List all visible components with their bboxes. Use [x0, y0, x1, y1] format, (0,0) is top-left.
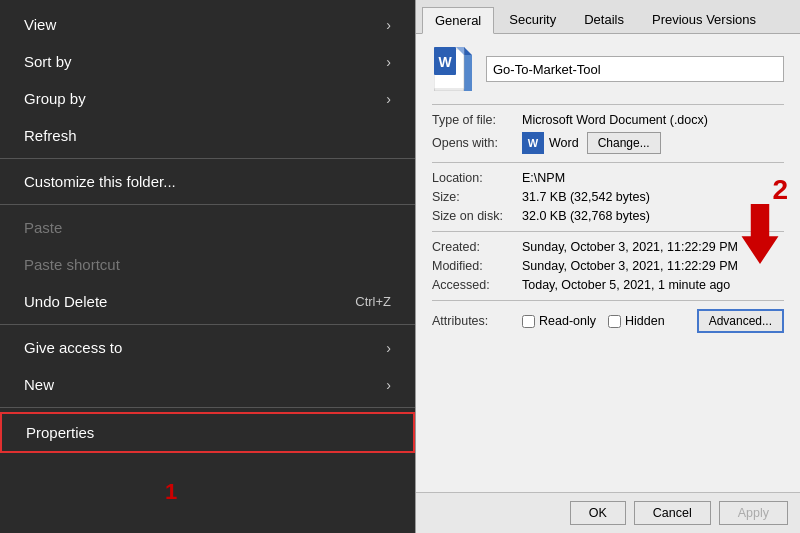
menu-label-paste: Paste — [24, 219, 62, 236]
svg-marker-8 — [742, 204, 779, 264]
menu-label-group-by: Group by — [24, 90, 86, 107]
shortcut-undo-delete: Ctrl+Z — [355, 294, 391, 309]
location-value: E:\NPM — [522, 171, 784, 185]
menu-label-give-access: Give access to — [24, 339, 122, 356]
modified-row: Modified: Sunday, October 3, 2021, 11:22… — [432, 259, 784, 273]
tab-general[interactable]: General — [422, 7, 494, 34]
dialog-tabs: GeneralSecurityDetailsPrevious Versions — [416, 0, 800, 34]
hidden-checkbox[interactable] — [608, 315, 621, 328]
change-button[interactable]: Change... — [587, 132, 661, 154]
menu-label-paste-shortcut: Paste shortcut — [24, 256, 120, 273]
readonly-checkbox[interactable] — [522, 315, 535, 328]
menu-label-view: View — [24, 16, 56, 33]
arrow-icon-give-access: › — [386, 340, 391, 356]
separator-sep3 — [0, 324, 415, 325]
attributes-row: Attributes: Read-only Hidden Advanced... — [432, 309, 784, 333]
menu-item-new[interactable]: New› — [0, 366, 415, 403]
ok-button[interactable]: OK — [570, 501, 626, 525]
opens-with-app: W Word — [522, 132, 579, 154]
context-menu: View›Sort by›Group by›RefreshCustomize t… — [0, 0, 415, 533]
menu-label-sort-by: Sort by — [24, 53, 72, 70]
accessed-label: Accessed: — [432, 278, 522, 292]
menu-label-customize-folder: Customize this folder... — [24, 173, 176, 190]
arrow-icon-view: › — [386, 17, 391, 33]
divider-1 — [432, 104, 784, 105]
arrow-icon-new: › — [386, 377, 391, 393]
menu-item-view[interactable]: View› — [0, 6, 415, 43]
file-icon: W — [432, 48, 474, 90]
menu-label-refresh: Refresh — [24, 127, 77, 144]
readonly-checkbox-label[interactable]: Read-only — [522, 314, 596, 328]
annotation-1: 1 — [165, 479, 177, 505]
readonly-label: Read-only — [539, 314, 596, 328]
menu-item-give-access[interactable]: Give access to› — [0, 329, 415, 366]
app-name: Word — [549, 136, 579, 150]
dialog-body: W Type of file: Microsoft Word Document … — [416, 34, 800, 492]
divider-3 — [432, 231, 784, 232]
file-header: W — [432, 48, 784, 90]
advanced-button[interactable]: Advanced... — [697, 309, 784, 333]
size-row: Size: 31.7 KB (32,542 bytes) — [432, 190, 784, 204]
menu-label-new: New — [24, 376, 54, 393]
accessed-row: Accessed: Today, October 5, 2021, 1 minu… — [432, 278, 784, 292]
menu-item-sort-by[interactable]: Sort by› — [0, 43, 415, 80]
properties-dialog: GeneralSecurityDetailsPrevious Versions … — [415, 0, 800, 533]
location-row: Location: E:\NPM — [432, 171, 784, 185]
separator-sep2 — [0, 204, 415, 205]
type-value: Microsoft Word Document (.docx) — [522, 113, 784, 127]
opens-with-row: Opens with: W Word Change... — [432, 132, 784, 154]
menu-label-undo-delete: Undo Delete — [24, 293, 107, 310]
menu-item-refresh[interactable]: Refresh — [0, 117, 415, 154]
menu-item-paste: Paste — [0, 209, 415, 246]
tab-previous-versions[interactable]: Previous Versions — [639, 6, 769, 33]
tab-security[interactable]: Security — [496, 6, 569, 33]
divider-4 — [432, 300, 784, 301]
menu-item-paste-shortcut: Paste shortcut — [0, 246, 415, 283]
modified-label: Modified: — [432, 259, 522, 273]
svg-marker-1 — [464, 47, 472, 55]
attributes-label: Attributes: — [432, 314, 522, 328]
divider-2 — [432, 162, 784, 163]
file-name-input[interactable] — [486, 56, 784, 82]
menu-item-undo-delete[interactable]: Undo DeleteCtrl+Z — [0, 283, 415, 320]
menu-item-properties[interactable]: Properties — [0, 412, 415, 453]
menu-item-customize-folder[interactable]: Customize this folder... — [0, 163, 415, 200]
menu-label-properties: Properties — [26, 424, 94, 441]
type-label: Type of file: — [432, 113, 522, 127]
size-value: 31.7 KB (32,542 bytes) — [522, 190, 784, 204]
created-label: Created: — [432, 240, 522, 254]
opens-with-label: Opens with: — [432, 136, 522, 150]
size-label: Size: — [432, 190, 522, 204]
size-on-disk-label: Size on disk: — [432, 209, 522, 223]
svg-rect-2 — [464, 55, 472, 91]
type-of-file-row: Type of file: Microsoft Word Document (.… — [432, 113, 784, 127]
arrow-icon-sort-by: › — [386, 54, 391, 70]
tab-details[interactable]: Details — [571, 6, 637, 33]
cancel-button[interactable]: Cancel — [634, 501, 711, 525]
hidden-label: Hidden — [625, 314, 665, 328]
location-label: Location: — [432, 171, 522, 185]
hidden-checkbox-label[interactable]: Hidden — [608, 314, 665, 328]
separator-sep1 — [0, 158, 415, 159]
word-icon: W — [522, 132, 544, 154]
svg-text:W: W — [438, 54, 452, 70]
annotation-arrow — [740, 204, 780, 268]
size-on-disk-row: Size on disk: 32.0 KB (32,768 bytes) — [432, 209, 784, 223]
apply-button[interactable]: Apply — [719, 501, 788, 525]
arrow-icon-group-by: › — [386, 91, 391, 107]
menu-item-group-by[interactable]: Group by› — [0, 80, 415, 117]
dialog-footer: OK Cancel Apply — [416, 492, 800, 533]
annotation-2: 2 — [772, 174, 788, 206]
created-row: Created: Sunday, October 3, 2021, 11:22:… — [432, 240, 784, 254]
separator-sep4 — [0, 407, 415, 408]
accessed-value: Today, October 5, 2021, 1 minute ago — [522, 278, 784, 292]
